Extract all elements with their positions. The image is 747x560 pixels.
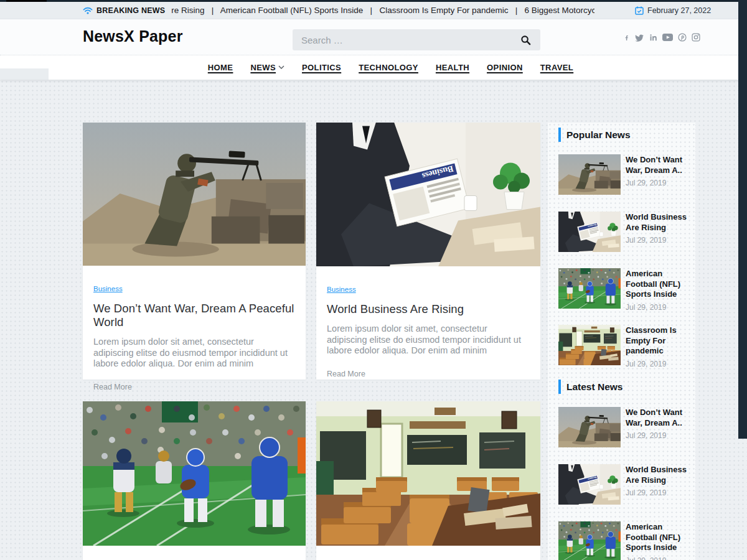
latest-news-item[interactable]: We Don’t Want War, Dream A.. Jul 29, 201…: [558, 407, 690, 455]
article-title-link[interactable]: Classroom Is Empty For pandemic: [626, 325, 690, 357]
heading-accent-bar: [558, 380, 561, 394]
sidebar: Popular News We Don’t Want War, Dream A.…: [548, 123, 695, 560]
article-card-body: [83, 546, 306, 560]
current-date: February 27, 2022: [647, 6, 711, 15]
article-title[interactable]: World Business Are Rising: [327, 302, 530, 316]
nav-item-health[interactable]: HEALTH: [436, 63, 469, 72]
instagram-icon[interactable]: [692, 33, 700, 42]
popular-news-item[interactable]: Classroom Is Empty For pandemic Jul 29, …: [558, 325, 690, 373]
article-card-classroom[interactable]: [316, 401, 540, 560]
article-date: Jul 29, 2019: [626, 303, 690, 312]
article-date: Jul 29, 2019: [626, 488, 690, 497]
thumbnail-football[interactable]: [558, 268, 621, 309]
article-card-football[interactable]: [83, 401, 306, 560]
category-link[interactable]: Business: [93, 285, 123, 292]
popular-news-item[interactable]: World Business Are Rising Jul 29, 2019: [558, 212, 690, 260]
breaking-news-ticker: BREAKING NEWS re Rising | American Footb…: [83, 2, 594, 19]
date-display: February 27, 2022: [635, 2, 711, 19]
nav-item-news[interactable]: NEWS: [250, 63, 284, 72]
latest-news-heading: Latest News: [558, 380, 622, 394]
popular-news-heading: Popular News: [558, 128, 631, 142]
ticker-text[interactable]: re Rising | American Football (NFL) Spor…: [171, 6, 594, 15]
article-card-war[interactable]: Business We Don’t Want War, Dream A Peac…: [83, 123, 306, 380]
window-top-edge: [0, 0, 747, 2]
article-image-football[interactable]: [83, 401, 306, 546]
window-top-edge-segment: [6, 0, 47, 2]
article-date: Jul 29, 2019: [626, 236, 690, 245]
thumbnail-soldier[interactable]: [558, 407, 621, 447]
nav-item-technology[interactable]: TECHNOLOGY: [359, 63, 418, 72]
read-more-link[interactable]: Read More: [93, 383, 132, 391]
nav-item-opinion[interactable]: OPINION: [487, 63, 523, 72]
search-button[interactable]: [514, 29, 537, 50]
pinterest-icon[interactable]: [678, 33, 687, 42]
facebook-icon[interactable]: [624, 33, 629, 42]
twitter-icon[interactable]: [634, 34, 644, 42]
article-card-body: [316, 546, 540, 560]
nav-left-artifact: [0, 68, 49, 80]
article-image-soldier[interactable]: [83, 123, 306, 266]
main-navigation: HOME NEWS POLITICS TECHNOLOGY HEALTH OPI…: [0, 55, 747, 80]
category-link[interactable]: Business: [327, 286, 356, 293]
linkedin-icon[interactable]: [649, 33, 657, 42]
article-date: Jul 29, 2019: [626, 179, 690, 187]
article-title-link[interactable]: We Don’t Want War, Dream A..: [626, 155, 690, 175]
search-input[interactable]: [293, 29, 519, 50]
site-header: NewsX Paper: [0, 19, 747, 55]
latest-news-item[interactable]: World Business Are Rising Jul 29, 2019: [558, 464, 690, 513]
article-card-body: Business We Don’t Want War, Dream A Peac…: [83, 266, 306, 380]
article-card-business[interactable]: Business World Business Are Rising Lorem…: [316, 123, 540, 380]
read-more-link[interactable]: Read More: [327, 370, 365, 378]
calendar-icon: [635, 6, 644, 15]
article-title-link[interactable]: American Football (NFL) Sports Inside: [626, 269, 690, 300]
article-title-link[interactable]: American Football (NFL) Sports Inside: [626, 522, 690, 553]
nav-item-travel[interactable]: TRAVEL: [540, 63, 573, 72]
scrollbar-thumb[interactable]: [738, 0, 747, 439]
thumbnail-classroom[interactable]: [558, 325, 621, 365]
popular-news-item[interactable]: American Football (NFL) Sports Inside Ju…: [558, 268, 690, 317]
nav-item-politics[interactable]: POLITICS: [302, 63, 341, 72]
search-icon: [520, 35, 531, 45]
news-website-page: BREAKING NEWS re Rising | American Footb…: [0, 0, 747, 560]
latest-news-item[interactable]: American Football (NFL) Sports Inside Ju…: [558, 521, 690, 560]
article-image-business[interactable]: [316, 123, 540, 266]
nav-item-home[interactable]: HOME: [208, 63, 233, 72]
breaking-news-label: BREAKING NEWS: [96, 6, 165, 15]
broadcast-icon: [83, 7, 93, 14]
thumbnail-business[interactable]: [558, 212, 621, 252]
article-date: Jul 29, 2019: [626, 556, 690, 560]
article-excerpt: Lorem ipsum dolor sit amet, consectetur …: [93, 337, 295, 370]
article-card-body: Business World Business Are Rising Lorem…: [316, 266, 540, 380]
thumbnail-soldier[interactable]: [558, 154, 621, 195]
heading-accent-bar: [558, 128, 561, 142]
site-logo[interactable]: NewsX Paper: [83, 27, 183, 45]
breaking-news-bar: BREAKING NEWS re Rising | American Footb…: [0, 2, 747, 19]
article-title[interactable]: We Don’t Want War, Dream A Peaceful Worl…: [93, 302, 295, 329]
social-links: [624, 32, 700, 42]
thumbnail-football[interactable]: [558, 521, 621, 560]
article-date: Jul 29, 2019: [626, 360, 690, 368]
youtube-icon[interactable]: [662, 34, 673, 41]
thumbnail-business[interactable]: [558, 464, 621, 505]
article-image-classroom[interactable]: [316, 401, 540, 546]
article-title-link[interactable]: World Business Are Rising: [626, 465, 690, 485]
nav-menu: HOME NEWS POLITICS TECHNOLOGY HEALTH OPI…: [0, 55, 747, 80]
search-box: [293, 29, 540, 50]
popular-news-item[interactable]: We Don’t Want War, Dream A.. Jul 29, 201…: [558, 154, 690, 203]
article-title-link[interactable]: World Business Are Rising: [626, 212, 690, 233]
article-title-link[interactable]: We Don’t Want War, Dream A..: [626, 408, 690, 428]
chevron-down-icon: [278, 65, 284, 69]
article-date: Jul 29, 2019: [626, 431, 690, 440]
article-excerpt: Lorem ipsum dolor sit amet, consectetur …: [327, 324, 530, 357]
